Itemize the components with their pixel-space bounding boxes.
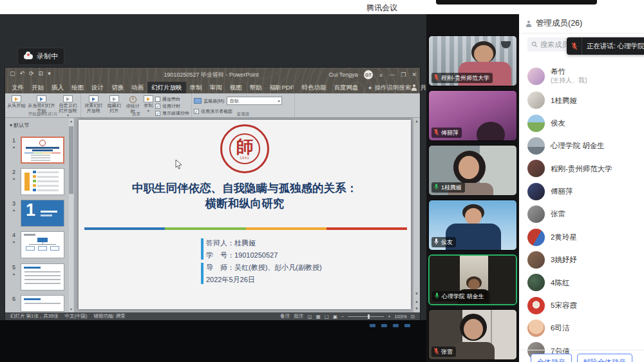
powerpoint-titlebar: ▢ ↶ ⟳ ⊡ ▾ 19010250527 毕业答辩 - PowerPoint … — [5, 68, 420, 93]
section-label[interactable]: ▾ 默认节 — [10, 122, 29, 129]
rehearse-timings-button[interactable]: 排练计时 — [124, 95, 142, 113]
tab-transitions[interactable]: 切换 — [108, 82, 128, 93]
undo-icon[interactable]: ↶ — [20, 70, 25, 77]
scroll-down-icon[interactable]: ▼ — [413, 292, 420, 296]
language-indicator[interactable]: 中文(中国) — [65, 313, 88, 319]
participant-row[interactable]: 1桂腾娅 — [519, 89, 644, 111]
tab-help[interactable]: 帮助 — [246, 82, 266, 93]
tab-record[interactable]: 录制 — [186, 82, 206, 93]
collapsed-toolbar-handle[interactable] — [436, 0, 597, 5]
from-current-slide-button[interactable]: 从当前幻灯片开始 — [27, 95, 56, 113]
video-tile-houyou[interactable]: 侯友 — [428, 200, 517, 251]
tab-view[interactable]: 视图 — [226, 82, 246, 93]
mute-all-button[interactable]: 全体静音 — [531, 354, 572, 362]
zoom-out-button[interactable]: − — [341, 314, 344, 319]
taskbar-icon[interactable] — [393, 324, 399, 327]
normal-view-icon[interactable]: ◫ — [307, 314, 312, 319]
slideshow-icon[interactable]: ⊡ — [39, 70, 44, 77]
monitor-select[interactable]: 自动▾ — [227, 97, 282, 105]
slide-sorter-icon[interactable]: ▦ — [316, 314, 320, 319]
zoom-percentage[interactable]: 103% — [395, 314, 407, 319]
participant-row[interactable]: 4陈红 — [519, 271, 644, 294]
tab-home[interactable]: 开始 — [28, 82, 48, 93]
monitor-icon — [194, 98, 202, 104]
reading-view-icon[interactable]: ▢ — [325, 314, 329, 319]
slide-scrollbar[interactable]: ▲ ▼ ▲ ▼ — [413, 118, 420, 312]
slide-canvas[interactable]: 師 1941 中职生同伴依恋、自我隐瞒与孤独感的关系： 横断和纵向研究 — [79, 120, 411, 309]
checkbox-icon — [155, 97, 160, 102]
slide-thumbnail-6[interactable] — [21, 295, 64, 312]
slide-thumbnail-5[interactable] — [21, 263, 64, 291]
tab-draw[interactable]: 绘图 — [68, 82, 88, 93]
tab-foxit-pdf[interactable]: 福昕PDF — [266, 82, 298, 93]
tab-design[interactable]: 设计 — [88, 82, 108, 93]
qat-dropdown-icon[interactable]: ▾ — [48, 70, 51, 77]
panel-footer-divider — [519, 350, 644, 350]
tab-review[interactable]: 审阅 — [206, 82, 226, 93]
participant-row[interactable]: 6司洁 — [519, 317, 644, 339]
video-tile-guitengya[interactable]: 1桂腾娅 — [428, 145, 517, 196]
scroll-down-icon[interactable]: ▼ — [69, 307, 73, 311]
tab-animations[interactable]: 动画 — [128, 82, 147, 93]
participant-row[interactable]: 5宋容霞 — [519, 294, 644, 317]
scroll-up-icon[interactable]: ▲ — [413, 119, 420, 123]
powerpoint-statusbar: 幻灯片 第1张，共35张 中文(中国) 辅助功能: 调查 备注 批注 ◫ ▦ ▢… — [5, 312, 420, 320]
video-tile-chenggang[interactable]: 程刚-贵州师范大学 — [428, 35, 517, 86]
use-timings-checkbox[interactable]: ✓ 使用计时 — [155, 103, 189, 109]
video-tile-zhanglei[interactable]: 张雷 — [428, 309, 517, 360]
taskbar-icon[interactable] — [404, 324, 410, 327]
share-button[interactable]: 共享 — [411, 82, 426, 93]
tab-file[interactable]: 文件 — [8, 82, 28, 93]
participant-row[interactable]: 傅丽萍 — [519, 180, 644, 203]
play-narration-checkbox[interactable]: 播放旁白 — [155, 96, 189, 102]
slideshow-view-icon[interactable]: ▣ — [333, 314, 337, 319]
slide-thumbnail-2[interactable] — [21, 168, 64, 195]
slide-thumbnail-1[interactable] — [21, 137, 64, 164]
tell-me-search[interactable]: ✦ 操作说明搜索 — [368, 82, 412, 93]
notes-toggle[interactable]: 备注 — [280, 313, 290, 319]
taskbar-icon[interactable] — [370, 324, 375, 327]
next-slide-icon[interactable]: ▼ — [413, 307, 420, 310]
thumbnail-scrollbar[interactable]: ▲ ▼ — [69, 119, 73, 312]
participant-row[interactable]: 张雷 — [519, 203, 644, 225]
participant-row[interactable]: 侯友 — [519, 111, 644, 134]
participant-row[interactable]: 希竹 (主持人、我) — [519, 63, 644, 89]
participant-row[interactable]: 心理学院 胡金生 — [519, 135, 644, 157]
accessibility-status[interactable]: 辅助功能: 调查 — [94, 313, 126, 319]
scroll-up-icon[interactable]: ▲ — [69, 119, 73, 123]
tab-special-features[interactable]: 特色功能 — [298, 82, 330, 93]
minimize-button[interactable]: — — [389, 71, 395, 78]
taskbar-icon[interactable] — [381, 324, 387, 327]
ribbon-options-icon[interactable]: ⌅ — [379, 71, 384, 78]
from-beginning-button[interactable]: 从头开始 — [7, 95, 26, 108]
close-button[interactable]: ✕ — [412, 71, 417, 78]
hide-slide-button[interactable]: 隐藏幻灯片 — [106, 95, 123, 113]
participant-row[interactable]: 程刚-贵州师范大学 — [519, 157, 644, 180]
account-avatar[interactable]: GT — [364, 70, 373, 79]
color-divider-bar — [84, 227, 407, 230]
slide-thumbnail-3[interactable]: 1 — [21, 200, 64, 227]
save-icon[interactable]: ▢ — [10, 70, 15, 77]
participant-row[interactable]: 3姚妤妤 — [519, 249, 644, 271]
previous-slide-icon[interactable]: ▲ — [413, 300, 420, 303]
account-name[interactable]: Gui Tengya — [328, 71, 357, 78]
zoom-slider[interactable] — [348, 316, 384, 317]
video-tile-fuliping[interactable]: 傅丽萍 — [428, 90, 517, 141]
setup-slideshow-button[interactable]: 设置幻灯片放映 — [83, 95, 104, 113]
zoom-in-button[interactable]: + — [388, 314, 390, 319]
unmute-all-button[interactable]: 解除全体静音 — [577, 354, 632, 362]
slide-number: 5 — [12, 264, 15, 271]
tab-baidu-netdisk[interactable]: 百度网盘 — [330, 82, 363, 93]
slide-thumbnail-4[interactable] — [21, 231, 64, 258]
tab-insert[interactable]: 插入 — [48, 82, 68, 93]
video-tile-hujinsheng-active-speaker[interactable]: 心理学院 胡金生 — [428, 254, 517, 305]
recording-badge[interactable]: 录制中 — [17, 48, 64, 65]
tab-slideshow[interactable]: 幻灯片放映 — [147, 82, 186, 93]
mic-on-icon — [433, 238, 439, 247]
comments-toggle[interactable]: 批注 — [294, 313, 303, 319]
record-button[interactable]: 录制▾ — [143, 95, 154, 113]
redo-icon[interactable]: ⟳ — [29, 70, 34, 77]
participant-row[interactable]: 2黄玲星 — [519, 225, 644, 248]
fit-slide-icon[interactable]: ⊡ — [411, 314, 415, 319]
restore-button[interactable]: ❐ — [401, 71, 406, 78]
